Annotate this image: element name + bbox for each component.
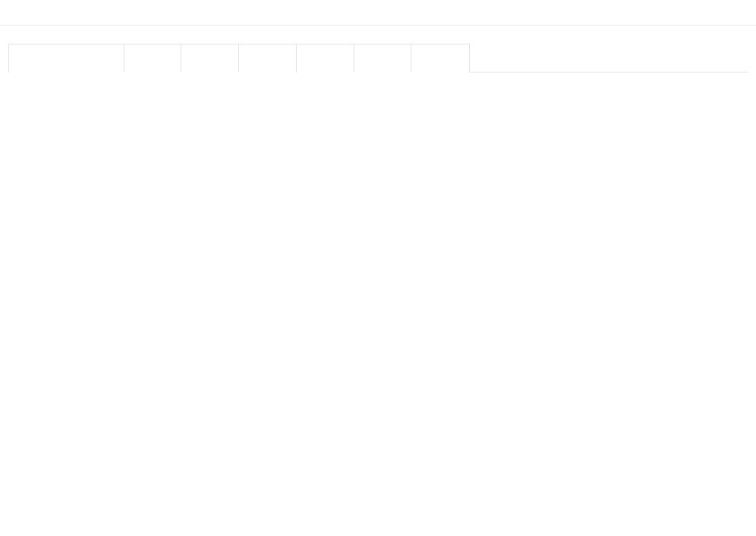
ma-legend xyxy=(12,94,58,106)
macd-legend xyxy=(12,433,58,445)
ohlc-legend xyxy=(12,80,78,92)
kline-chart-canvas[interactable] xyxy=(0,0,756,536)
kline-page xyxy=(0,0,756,536)
